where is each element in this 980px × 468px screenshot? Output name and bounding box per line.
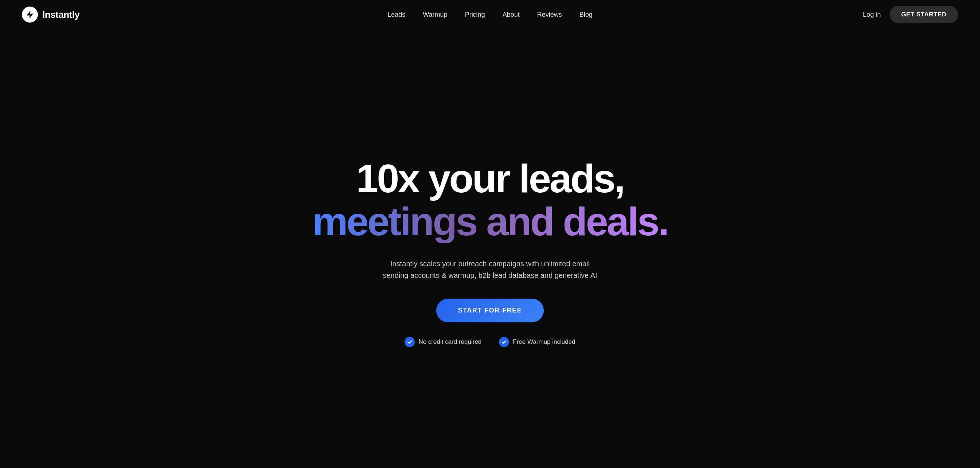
logo-link[interactable]: Instantly xyxy=(22,6,80,22)
brand-name: Instantly xyxy=(42,9,80,21)
check-icon-2 xyxy=(499,337,509,347)
start-for-free-button[interactable]: START FOR FREE xyxy=(436,299,544,322)
navbar: Instantly Leads Warmup Pricing About Rev… xyxy=(0,0,980,29)
badge-no-credit-card: No credit card required xyxy=(404,337,481,347)
nav-links: Leads Warmup Pricing About Reviews Blog xyxy=(387,11,593,19)
hero-title-line2: meetings and deals. xyxy=(312,199,668,243)
nav-leads[interactable]: Leads xyxy=(387,11,405,18)
hero-badges: No credit card required Free Warmup incl… xyxy=(404,337,575,347)
nav-about[interactable]: About xyxy=(503,11,520,18)
hero-section: 10x your leads, meetings and deals. Inst… xyxy=(0,29,980,468)
nav-pricing[interactable]: Pricing xyxy=(465,11,485,18)
nav-warmup[interactable]: Warmup xyxy=(423,11,447,18)
check-icon-1 xyxy=(404,337,415,347)
logo-icon xyxy=(22,6,38,22)
badge-free-warmup: Free Warmup included xyxy=(499,337,575,347)
badge-no-credit-card-label: No credit card required xyxy=(418,338,481,346)
get-started-button[interactable]: GET STARTED xyxy=(889,6,958,23)
nav-actions: Log in GET STARTED xyxy=(863,6,958,23)
hero-title-line1: 10x your leads, xyxy=(356,157,624,200)
hero-subtitle: Instantly scales your outreach campaigns… xyxy=(377,258,603,281)
badge-free-warmup-label: Free Warmup included xyxy=(513,338,575,346)
login-link[interactable]: Log in xyxy=(863,11,881,19)
nav-reviews[interactable]: Reviews xyxy=(537,11,562,18)
nav-blog[interactable]: Blog xyxy=(579,11,593,18)
